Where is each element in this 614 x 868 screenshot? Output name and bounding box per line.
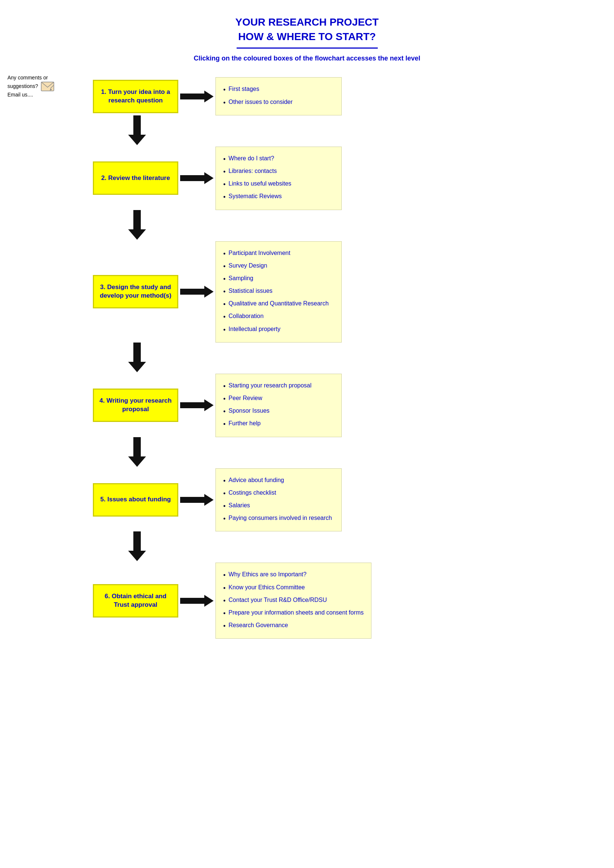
arrow-right-5 — [178, 493, 215, 507]
info-item-5-3[interactable]: Salaries — [223, 500, 334, 513]
header: YOUR RESEARCH PROJECT HOW & WHERE TO STA… — [22, 15, 592, 62]
info-item-3-3[interactable]: Sampling — [223, 273, 334, 285]
info-item-4-4[interactable]: Further help — [223, 418, 334, 431]
flow-row-6: 6. Obtain ethical and Trust approval Why… — [93, 563, 592, 639]
step-box-1[interactable]: 1. Turn your idea into a research questi… — [93, 80, 178, 113]
info-box-6: Why Ethics are so Important?Know your Et… — [215, 563, 372, 639]
info-item-6-3[interactable]: Contact your Trust R&D Office/RDSU — [223, 595, 364, 607]
info-item-3-7[interactable]: Intellectual property — [223, 324, 334, 336]
info-box-2: Where do I start?Libraries: contactsLink… — [215, 147, 342, 210]
info-item-2-3[interactable]: Links to useful websites — [223, 178, 334, 191]
svg-marker-11 — [180, 494, 214, 506]
info-item-6-1[interactable]: Why Ethics are so Important? — [223, 569, 364, 581]
flow-row-2: 2. Review the literature Where do I star… — [93, 147, 592, 210]
info-item-6-4[interactable]: Prepare your information sheets and cons… — [223, 607, 364, 620]
info-item-1-1[interactable]: First stages — [223, 84, 334, 96]
arrow-down-5 — [128, 532, 146, 563]
step-label-3: 3. Design the study and develop your met… — [98, 283, 173, 300]
arrow-down-2 — [128, 210, 146, 241]
info-item-5-4[interactable]: Paying consumers involved in research — [223, 513, 334, 525]
svg-marker-10 — [128, 437, 146, 467]
info-box-3: Participant InvolvementSurvey DesignSamp… — [215, 241, 342, 343]
step-box-5[interactable]: 5. Issues about funding — [93, 483, 178, 516]
info-item-3-1[interactable]: Participant Involvement — [223, 248, 334, 260]
svg-marker-9 — [180, 399, 214, 411]
info-item-6-2[interactable]: Know your Ethics Committee — [223, 582, 364, 595]
info-item-4-1[interactable]: Starting your research proposal — [223, 380, 334, 393]
arrow-right-1 — [178, 89, 215, 104]
step-label-1: 1. Turn your idea into a research questi… — [98, 88, 173, 105]
info-item-2-1[interactable]: Where do I start? — [223, 153, 334, 166]
info-box-1: First stagesOther issues to consider — [215, 77, 342, 115]
flow-row-1: 1. Turn your idea into a research questi… — [93, 77, 592, 115]
arrow-right-2 — [178, 171, 215, 186]
info-item-3-2[interactable]: Survey Design — [223, 260, 334, 273]
svg-marker-7 — [180, 286, 214, 298]
arrow-down-4 — [128, 437, 146, 468]
flow-row-5: 5. Issues about funding Advice about fun… — [93, 468, 592, 532]
info-item-2-2[interactable]: Libraries: contacts — [223, 166, 334, 178]
svg-marker-8 — [128, 343, 146, 372]
arrow-down-svg-2 — [128, 210, 146, 241]
arrow-down-svg-5 — [128, 532, 146, 563]
step-box-4[interactable]: 4. Writing your research proposal — [93, 389, 178, 422]
svg-marker-12 — [128, 532, 146, 561]
sidebar-line3: Email us.... — [8, 91, 33, 98]
title-line2: HOW & WHERE TO START? — [238, 31, 376, 42]
svg-marker-5 — [180, 172, 214, 184]
svg-marker-3 — [180, 91, 214, 102]
sidebar-line1: Any comments or — [8, 74, 48, 81]
info-item-2-4[interactable]: Systematic Reviews — [223, 191, 334, 203]
info-box-4: Starting your research proposalPeer Revi… — [215, 374, 342, 437]
info-item-3-4[interactable]: Statistical issues — [223, 285, 334, 298]
arrow-down-svg-4 — [128, 437, 146, 468]
step-box-2[interactable]: 2. Review the literature — [93, 161, 178, 195]
info-item-1-2[interactable]: Other issues to consider — [223, 96, 334, 109]
step-label-4: 4. Writing your research proposal — [98, 397, 173, 414]
flow-row-3: 3. Design the study and develop your met… — [93, 241, 592, 343]
info-box-5: Advice about fundingCostings checklistSa… — [215, 468, 342, 532]
arrow-down-3 — [128, 343, 146, 374]
svg-marker-4 — [128, 115, 146, 145]
sidebar-comment: Any comments or suggestions? Email us...… — [8, 74, 59, 98]
email-icon[interactable] — [41, 82, 54, 91]
step-box-6[interactable]: 6. Obtain ethical and Trust approval — [93, 584, 178, 617]
flowchart: 1. Turn your idea into a research questi… — [93, 77, 592, 639]
arrow-right-4 — [178, 398, 215, 413]
page-container: YOUR RESEARCH PROJECT HOW & WHERE TO STA… — [0, 0, 614, 654]
page-title: YOUR RESEARCH PROJECT HOW & WHERE TO STA… — [22, 15, 592, 44]
svg-marker-13 — [180, 595, 214, 607]
step-box-3[interactable]: 3. Design the study and develop your met… — [93, 275, 178, 308]
step-label-6: 6. Obtain ethical and Trust approval — [98, 592, 173, 609]
sidebar-line2: suggestions? — [8, 83, 38, 89]
subtitle: Clicking on the coloured boxes of the fl… — [22, 54, 592, 62]
arrow-down-svg-1 — [128, 115, 146, 147]
step-label-5: 5. Issues about funding — [100, 495, 171, 504]
info-item-4-3[interactable]: Sponsor Issues — [223, 405, 334, 418]
arrow-down-svg-3 — [128, 343, 146, 374]
svg-marker-6 — [128, 210, 146, 240]
arrow-right-6 — [178, 594, 215, 608]
arrow-right-3 — [178, 284, 215, 299]
step-label-2: 2. Review the literature — [101, 174, 170, 183]
flow-row-4: 4. Writing your research proposal Starti… — [93, 374, 592, 437]
title-underline — [236, 48, 378, 49]
info-item-3-5[interactable]: Qualitative and Quantitative Research — [223, 298, 334, 311]
info-item-3-6[interactable]: Collaboration — [223, 311, 334, 323]
info-item-5-2[interactable]: Costings checklist — [223, 487, 334, 500]
arrow-down-1 — [128, 115, 146, 147]
info-item-6-5[interactable]: Research Governance — [223, 620, 364, 632]
info-item-5-1[interactable]: Advice about funding — [223, 474, 334, 487]
title-line1: YOUR RESEARCH PROJECT — [235, 16, 379, 28]
info-item-4-2[interactable]: Peer Review — [223, 393, 334, 405]
